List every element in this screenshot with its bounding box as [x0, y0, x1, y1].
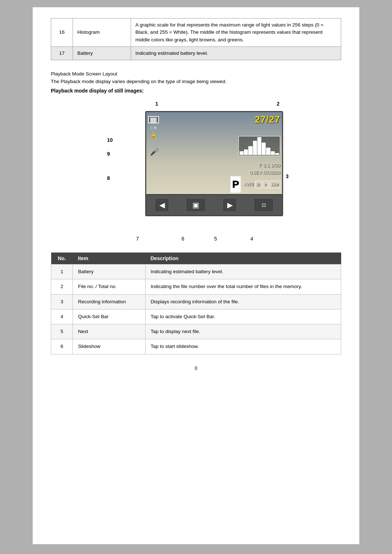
section-subtext: The Playback mode display varies dependi…	[51, 79, 341, 84]
row-item: Quick-Set Bar	[73, 309, 146, 324]
on-label: n	[154, 125, 156, 130]
row-num: 2	[51, 279, 73, 294]
row-item: Battery	[73, 264, 146, 279]
row-item: Recording information	[73, 294, 146, 309]
section-heading: Playback Mode Screen Layout	[51, 71, 341, 77]
row-desc: Indicating estimated battery level.	[131, 46, 341, 60]
table-row: 6 Slideshow Tap to start slideshow.	[51, 339, 341, 354]
label-1: 1	[155, 101, 158, 107]
hist-bar-7	[266, 148, 270, 155]
protect-on-icon: ○ n	[150, 125, 184, 130]
label-3: 3	[286, 173, 289, 179]
row-desc: A graphic scale for that represents the …	[131, 19, 341, 47]
row-item: File no. / Total no.	[73, 279, 146, 294]
nav-bar: ◀ ▣ ▶ ⊡	[146, 194, 282, 215]
diagram-wrapper: 1 2 ▓▓ 27/27 ○ n 🔒 🎤	[102, 101, 290, 242]
row-num: 6	[51, 339, 73, 354]
row-num: 17	[51, 46, 73, 60]
page-number: 8	[51, 365, 341, 371]
label-8: 8	[107, 175, 110, 181]
table-row: 2 File no. / Total no. Indicating the fi…	[51, 279, 341, 294]
row-item: Histogram	[73, 19, 131, 47]
histogram-box	[238, 136, 280, 156]
fstop-display: F 3.1 1/30	[222, 162, 280, 169]
wb-icon: ⊞	[255, 181, 261, 189]
hist-bar-6	[262, 143, 266, 155]
hist-bar-1	[240, 151, 244, 155]
table-row: 5 Next Tap to display next file.	[51, 324, 341, 339]
label-5: 5	[214, 236, 217, 242]
label-10: 10	[107, 137, 113, 143]
hist-bar-2	[244, 149, 248, 155]
screen-info-panel: F 3.1 1/30 0.0EV ISO3200 P AWB ⊞ ≡ 12M	[222, 162, 280, 193]
row-num: 16	[51, 19, 73, 47]
mic-icon: 🎤	[150, 147, 184, 156]
hist-bar-4	[253, 141, 257, 155]
row-desc: Tap to display next file.	[146, 324, 341, 339]
slideshow-button[interactable]: ▣	[186, 198, 206, 212]
table-row: 16 Histogram A graphic scale for that re…	[51, 19, 341, 47]
row-desc: Tap to start slideshow.	[146, 339, 341, 354]
quickset-button[interactable]: ⊡	[254, 198, 274, 212]
label-4: 4	[250, 236, 253, 242]
table-row: 3 Recording information Displays recordi…	[51, 294, 341, 309]
page: 16 Histogram A graphic scale for that re…	[33, 7, 359, 544]
header-description: Description	[146, 253, 341, 264]
top-table: 16 Histogram A graphic scale for that re…	[51, 18, 341, 60]
row-num: 1	[51, 264, 73, 279]
label-6: 6	[181, 236, 184, 242]
header-num: No.	[51, 253, 73, 264]
row-desc: Indicating estimated battery level.	[146, 264, 341, 279]
table-row: 17 Battery Indicating estimated battery …	[51, 46, 341, 60]
diagram-container: 1 2 ▓▓ 27/27 ○ n 🔒 🎤	[51, 101, 341, 242]
next-button[interactable]: ▶	[222, 198, 237, 212]
hist-bar-5	[257, 137, 261, 155]
table-row: 4 Quick-Set Bar Tap to activate Quick-Se…	[51, 309, 341, 324]
ev-iso-display: 0.0EV ISO3200	[222, 169, 280, 176]
awb-display: AWB	[244, 181, 254, 188]
section-bold-heading: Playback mode display of still images:	[51, 88, 341, 94]
label-9: 9	[107, 151, 110, 157]
label-2: 2	[277, 101, 279, 107]
circle-icon: ○	[150, 125, 153, 130]
label-7: 7	[136, 236, 139, 242]
row-item: Slideshow	[73, 339, 146, 354]
row-desc: Indicating the file number over the tota…	[146, 279, 341, 294]
header-item: Item	[73, 253, 146, 264]
camera-screen: ▓▓ 27/27 ○ n 🔒 🎤	[145, 111, 283, 216]
table-row: 1 Battery Indicating estimated battery l…	[51, 264, 341, 279]
table-header-row: No. Item Description	[51, 253, 341, 264]
row-desc: Tap to activate Quick-Set Bar.	[146, 309, 341, 324]
row-num: 4	[51, 309, 73, 324]
size-icon: 12M	[270, 181, 280, 189]
prev-button[interactable]: ◀	[155, 198, 169, 212]
row-num: 3	[51, 294, 73, 309]
row-desc: Displays recording information of the fi…	[146, 294, 341, 309]
row-item: Battery	[73, 46, 131, 60]
mode-p-display: P	[230, 176, 241, 193]
hist-bar-9	[275, 153, 279, 155]
protect-icon: 🔒	[150, 132, 184, 139]
file-counter: 27/27	[255, 114, 280, 125]
screen-left-panel: ○ n 🔒 🎤	[148, 114, 184, 193]
row-item: Next	[73, 324, 146, 339]
hist-bar-3	[248, 146, 252, 155]
hist-bar-8	[271, 151, 275, 155]
bottom-table: No. Item Description 1 Battery Indicatin…	[51, 253, 341, 354]
quality-icon: ≡	[263, 181, 268, 189]
screen-info-icons: P AWB ⊞ ≡ 12M	[222, 176, 280, 193]
row-num: 5	[51, 324, 73, 339]
